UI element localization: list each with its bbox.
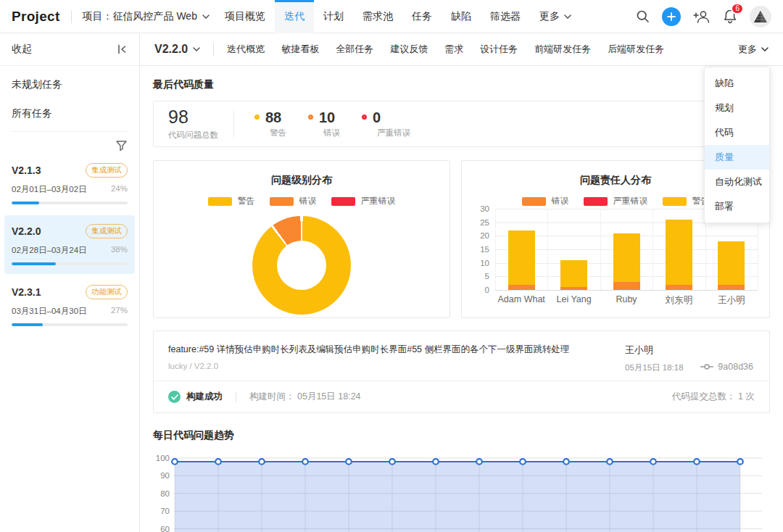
- topnav-item[interactable]: 更多: [530, 0, 581, 33]
- collapse-sidebar-icon[interactable]: [116, 43, 128, 55]
- bar-segment: [560, 287, 587, 290]
- topnav-item[interactable]: 需求池: [353, 0, 402, 33]
- dropdown-item[interactable]: 部署: [705, 194, 769, 219]
- dropdown-item[interactable]: 质量: [705, 145, 769, 170]
- commits-total: 代码提交总数： 1 次: [672, 391, 755, 403]
- project-selector-label: 项目：征信风控产品 Web: [83, 10, 197, 23]
- legend-label: 错误: [552, 195, 569, 207]
- version-mid: 03月31日–04月30日27%: [12, 306, 128, 317]
- issue-stat: 0严重错误: [362, 110, 410, 138]
- bar-ytick-label: 0: [485, 286, 489, 294]
- bar-segment: [718, 241, 745, 285]
- iteration-tab[interactable]: 迭代概览: [227, 43, 265, 56]
- bar-segment: [560, 260, 587, 287]
- issue-stat-label: 严重错误: [377, 128, 410, 138]
- total-issues-value: 98: [168, 108, 233, 126]
- version-item[interactable]: V2.2.0集成测试02月28日–03月24日38%: [4, 215, 135, 274]
- topnav-item[interactable]: 项目概览: [215, 0, 275, 33]
- version-percent: 38%: [111, 245, 128, 256]
- total-issues: 98 代码问题总数: [168, 108, 233, 141]
- bar-segment: [666, 220, 692, 285]
- bar-segment: [613, 282, 640, 290]
- bar-segment: [508, 230, 535, 285]
- search-button[interactable]: [636, 9, 650, 23]
- latest-commit-card: feature:#59 详情预估申购时长列表及编辑预估申购时长界面#55 侧栏界…: [153, 331, 770, 413]
- bar-ytick-label: 10: [480, 259, 489, 267]
- commit-hash-link[interactable]: 9a08d36: [700, 362, 753, 372]
- version-mid: 02月01日–03月02日24%: [12, 184, 128, 195]
- tabs-more-button[interactable]: 更多: [738, 43, 768, 56]
- legend-item: 警告: [663, 195, 710, 207]
- commit-message[interactable]: feature:#59 详情预估申购时长列表及编辑预估申购时长界面#55 侧栏界…: [168, 344, 614, 356]
- divider: [236, 391, 236, 402]
- dropdown-item[interactable]: 代码: [705, 120, 769, 145]
- notifications-button[interactable]: 6: [723, 9, 737, 24]
- topnav-item[interactable]: 任务: [402, 0, 442, 33]
- avatar[interactable]: [750, 6, 771, 28]
- create-button[interactable]: [662, 7, 681, 26]
- trend-data-point: [172, 459, 178, 465]
- issue-stat-row: 0: [362, 110, 410, 125]
- iteration-header: V2.2.0 迭代概览敏捷看板全部任务建议反馈需求设计任务前端研发任务后端研发任…: [140, 33, 783, 66]
- filter-icon[interactable]: [115, 139, 128, 151]
- notification-badge: 6: [731, 3, 744, 14]
- topnav-menu: 项目概览迭代计划需求池任务缺陷筛选器更多: [215, 0, 581, 33]
- sidebar-item[interactable]: 未规划任务: [0, 70, 139, 99]
- project-selector[interactable]: 项目：征信风控产品 Web: [83, 10, 210, 23]
- trend-area-fill: [175, 462, 740, 532]
- version-percent: 24%: [111, 184, 128, 195]
- trend-ytick-label: 100: [156, 454, 170, 462]
- version-dates: 02月28日–03月24日: [12, 245, 87, 256]
- version-progress-fill: [12, 201, 39, 204]
- version-item[interactable]: V2.1.3集成测试02月01日–03月02日24%: [4, 154, 135, 213]
- legend-item: 严重错误: [331, 195, 396, 207]
- dropdown-item[interactable]: 缺陷: [705, 71, 769, 96]
- trend-data-point: [259, 459, 265, 465]
- version-mid: 02月28日–03月24日38%: [12, 245, 128, 256]
- topnav-item[interactable]: 筛选器: [481, 0, 530, 33]
- version-top: V2.3.1功能测试: [12, 285, 128, 299]
- legend-label: 错误: [299, 195, 317, 207]
- iteration-tab[interactable]: 建议反馈: [390, 43, 428, 56]
- legend-item: 错误: [522, 195, 569, 207]
- version-status-badge: 集成测试: [86, 224, 128, 238]
- section-title-daily-trend: 每日代码问题趋势: [153, 429, 770, 442]
- topnav-item[interactable]: 缺陷: [442, 0, 481, 33]
- iteration-selector[interactable]: V2.2.0: [154, 43, 200, 56]
- iteration-tab[interactable]: 设计任务: [480, 43, 518, 56]
- divider: [233, 110, 234, 138]
- version-status-badge: 功能测试: [86, 285, 128, 299]
- sidebar: 收起 未规划任务所有任务 V2.1.3集成测试02月01日–03月02日24%V…: [0, 33, 140, 532]
- version-progressbar: [12, 323, 128, 326]
- iteration-tab[interactable]: 全部任务: [336, 43, 373, 56]
- version-list: V2.1.3集成测试02月01日–03月02日24%V2.2.0集成测试02月2…: [0, 151, 139, 340]
- legend-swatch: [663, 197, 687, 206]
- bar-xlabel: Lei Yang: [556, 294, 591, 304]
- bar-chart-xlabels: Adam WhatLei YangRuby刘东明王小明: [495, 294, 758, 309]
- iteration-tab[interactable]: 敏捷看板: [281, 43, 319, 56]
- dropdown-item[interactable]: 规划: [705, 96, 769, 120]
- trend-data-point: [346, 459, 352, 465]
- iteration-tab[interactable]: 前端研发任务: [534, 43, 591, 56]
- trend-data-point: [433, 459, 439, 465]
- iteration-tab[interactable]: 需求: [444, 43, 463, 56]
- legend-swatch: [522, 197, 546, 206]
- invite-member-button[interactable]: [693, 9, 710, 24]
- legend-swatch: [331, 197, 355, 206]
- dropdown-item[interactable]: 自动化测试: [705, 170, 769, 194]
- filter-row: [0, 132, 139, 151]
- version-item[interactable]: V2.3.1功能测试03月31日–04月30日27%: [4, 276, 135, 335]
- trend-area-chart: 10090807060: [153, 449, 770, 532]
- topnav-item[interactable]: 迭代: [275, 0, 314, 33]
- sidebar-item[interactable]: 所有任务: [0, 99, 139, 128]
- bar-xlabel: Adam What: [498, 294, 545, 304]
- issue-stat-row: 10: [308, 110, 340, 125]
- bar-stack: [613, 233, 640, 290]
- topnav-item[interactable]: 计划: [314, 0, 353, 33]
- daily-trend-chart: 10090807060: [153, 449, 770, 532]
- tabs-more-dropdown: 缺陷规划代码质量自动化测试部署: [704, 67, 770, 223]
- iteration-tab[interactable]: 后端研发任务: [608, 43, 664, 56]
- bar-stack: [560, 260, 587, 290]
- donut-chart: [252, 216, 351, 315]
- main-panel: V2.2.0 迭代概览敏捷看板全部任务建议反馈需求设计任务前端研发任务后端研发任…: [140, 33, 783, 532]
